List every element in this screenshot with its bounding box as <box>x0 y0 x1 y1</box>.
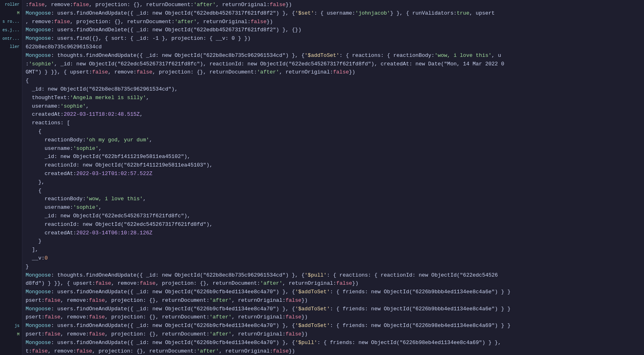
code-line-11: _id: new ObjectId("622b8ec8b735c96296153… <box>26 85 644 94</box>
code-line-13: username: 'sophie', <box>26 102 644 111</box>
code-line-2: Mongoose: users.findOneAndUpdate({ _id: … <box>26 9 644 18</box>
code-line-17: reactionBody: 'oh my god, yur dum', <box>26 136 644 145</box>
code-line-25: username: 'sophie', <box>26 203 644 212</box>
left-sidebar: roller M s ro... es.j... ontr... ller js… <box>0 0 22 355</box>
code-line-30: ], <box>26 246 644 254</box>
code-line-26: _id: new ObjectId("622edc545267317f621fd… <box>26 212 644 221</box>
code-line-37: Mongoose: users.findOneAndUpdate({ _id: … <box>26 305 644 314</box>
code-line-1: : false, remove: false, projection: {}, … <box>26 1 644 9</box>
code-line-29: } <box>26 237 644 246</box>
sidebar-label-sro: s ro... <box>0 18 22 26</box>
code-line-9: GMT") } }}, { upsert: false, remove: fal… <box>26 68 644 77</box>
code-line-41: Mongoose: users.findOneAndUpdate({ _id: … <box>26 339 644 347</box>
code-line-20: reactionId: new ObjectId("622bf1411219e5… <box>26 161 644 170</box>
code-line-39: Mongoose: users.findOneAndUpdate({ _id: … <box>26 322 644 330</box>
code-line-6: 622b8ec8b735c962961534cd <box>26 43 644 52</box>
sidebar-label-js: js <box>0 322 22 330</box>
code-line-19: _id: new ObjectId("622bf1411219e5811ea45… <box>26 153 644 161</box>
code-line-22: }, <box>26 178 644 187</box>
sidebar-label-ller: ller <box>0 43 22 52</box>
code-line-34: d8fd") } }}, { upsert: false, remove: fa… <box>26 279 644 288</box>
code-line-18: username: 'sophie', <box>26 145 644 153</box>
code-area[interactable]: : false, remove: false, projection: {}, … <box>22 0 644 355</box>
sidebar-label-roller: roller <box>0 1 22 9</box>
code-line-3: , remove: false, projection: {}, returnD… <box>26 18 644 26</box>
code-line-23: { <box>26 187 644 195</box>
code-line-14: createdAt: 2022-03-11T18:02:48.515Z, <box>26 110 644 119</box>
sidebar-label-m1: M <box>0 9 22 18</box>
sidebar-label-esj: es.j... <box>0 26 22 35</box>
code-lines: : false, remove: false, projection: {}, … <box>22 0 644 355</box>
code-line-35: Mongoose: users.findOneAndUpdate({ _id: … <box>26 288 644 297</box>
code-line-38: psert: false, remove: false, projection:… <box>26 313 644 322</box>
code-line-5: Mongoose: users.find({}, { sort: { _id: … <box>26 35 644 43</box>
sidebar-label-ontr: ontr... <box>0 35 22 43</box>
code-line-24: reactionBody: 'wow, i love this', <box>26 195 644 203</box>
code-line-27: reactionId: new ObjectId("622edc54526731… <box>26 221 644 229</box>
code-line-15: reactions: [ <box>26 119 644 128</box>
sidebar-label-m2: M <box>0 330 22 339</box>
code-line-32: } <box>26 263 644 271</box>
code-line-40: psert: false, remove: false, projection:… <box>26 330 644 339</box>
main-layout: roller M s ro... es.j... ontr... ller js… <box>0 0 644 355</box>
code-line-28: createdAt: 2022-03-14T06:10:28.126Z <box>26 229 644 238</box>
code-line-42: t: false, remove: false, projection: {},… <box>26 347 644 355</box>
code-line-10: { <box>26 77 644 85</box>
code-line-12: thoughtText: 'Angela merkel is silly', <box>26 94 644 102</box>
code-line-33: Mongoose: thoughts.findOneAndUpdate({ _i… <box>26 271 644 280</box>
code-line-36: psert: false, remove: false, projection:… <box>26 297 644 305</box>
code-line-31: __v: 0 <box>26 254 644 263</box>
code-line-21: createdAt: 2022-03-12T01:02:57.522Z <box>26 170 644 178</box>
code-line-7: Mongoose: thoughts.findOneAndUpdate({ _i… <box>26 52 644 60</box>
code-line-8: : 'sophie', _id: new ObjectId("622edc545… <box>26 60 644 69</box>
code-line-16: { <box>26 128 644 136</box>
code-line-4: Mongoose: users.findOneAndDelete({ _id: … <box>26 26 644 35</box>
